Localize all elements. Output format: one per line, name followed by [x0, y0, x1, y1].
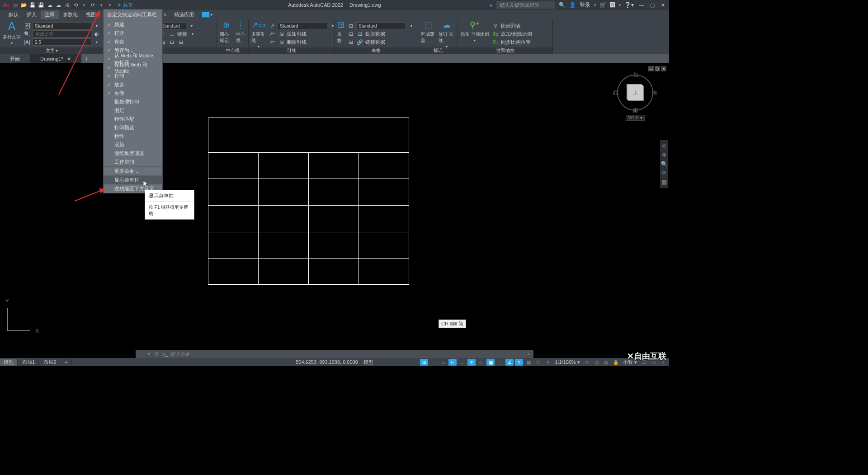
dim-style-combo[interactable]: [159, 22, 186, 29]
scaleadddel-icon[interactable]: ⚲±: [492, 30, 499, 38]
panel-mark-label[interactable]: 标记: [418, 47, 458, 54]
status-osnap-icon[interactable]: ▣: [486, 359, 495, 366]
menu-item-websave[interactable]: 保存到 Web 和 Mobile: [104, 63, 162, 72]
centermark-button[interactable]: ⊕ 圆心 标记: [220, 20, 233, 48]
menu-item-matchprop[interactable]: 特性匹配: [104, 115, 162, 123]
leader-rem-label[interactable]: 删除引线: [287, 39, 307, 46]
table-style-icon[interactable]: ⊞: [347, 22, 354, 29]
textstyle-icon[interactable]: 🄰: [24, 22, 31, 29]
status-lock-icon[interactable]: 🔒: [612, 359, 620, 366]
nav-orbit-icon[interactable]: ⟳: [662, 170, 666, 176]
menu-item-printpreview[interactable]: 打印预览: [104, 123, 162, 132]
viewport-close-icon[interactable]: ✕: [661, 66, 666, 71]
menu-item-print[interactable]: 打印: [104, 72, 162, 80]
mtext-drop-icon[interactable]: ▾: [11, 41, 13, 45]
maximize-icon[interactable]: ▢: [649, 2, 656, 8]
share-button[interactable]: ✈ 共享: [117, 2, 133, 9]
tab-view[interactable]: 视图: [82, 10, 100, 19]
dimstyle-drop-icon[interactable]: ▾: [188, 22, 195, 29]
height-drop-icon[interactable]: ▾: [93, 38, 100, 46]
status-transp-icon[interactable]: ▦: [524, 359, 533, 366]
statustab-layout1[interactable]: 布局1: [19, 359, 39, 366]
leader-style-icon[interactable]: ↗: [269, 22, 276, 29]
panel-table-label[interactable]: 表格: [335, 47, 418, 54]
nav-zoom-icon[interactable]: 🔍: [661, 161, 668, 167]
dim-icon5[interactable]: ⊟: [177, 38, 184, 46]
menu-item-workspace[interactable]: 工作空间: [104, 158, 162, 166]
table-extract-label[interactable]: 提取数据: [365, 31, 385, 38]
new-icon[interactable]: ▭: [12, 1, 19, 9]
leader-rem-pick[interactable]: ⇲: [278, 38, 285, 46]
dim-icon2[interactable]: ⟂: [168, 30, 175, 38]
leader-style-pick[interactable]: ⇲: [278, 30, 285, 38]
open-icon[interactable]: 📂: [20, 1, 28, 9]
wipeout-button[interactable]: ⬚ 区域覆盖: [421, 20, 436, 48]
table-ext2-icon[interactable]: ⊡: [356, 30, 363, 38]
viewport-min-icon[interactable]: —: [648, 66, 654, 71]
table-ext1-icon[interactable]: ⊟: [347, 30, 354, 38]
panel-scale-label[interactable]: 注释缩放: [458, 47, 552, 54]
revcloud-button[interactable]: ☁ 修订 云线 ▾: [439, 20, 455, 48]
table-link2-icon[interactable]: 🔗: [356, 38, 363, 46]
cmd-customize-icon[interactable]: ⚙: [154, 351, 160, 357]
status-qp-icon[interactable]: ▤: [602, 359, 610, 366]
saveas-icon[interactable]: 💾: [38, 1, 45, 9]
undo-drop-icon[interactable]: ▾: [80, 1, 88, 9]
status-dynamic-icon[interactable]: ⊢: [448, 359, 457, 366]
doctab-start[interactable]: 开始: [0, 54, 30, 63]
menu-item-render[interactable]: 渲染: [104, 141, 162, 149]
find-icon[interactable]: 🔍: [24, 30, 31, 38]
viewcube-compass[interactable]: 北 南 东 西 上: [615, 72, 656, 113]
menu-item-more[interactable]: 更多命令...: [104, 167, 162, 175]
cmd-handle-icon[interactable]: ⋮⋮: [137, 351, 144, 357]
scalesync-icon[interactable]: ⚲↕: [492, 38, 499, 46]
doctab-drawing[interactable]: Drawing1* ✕: [30, 54, 81, 63]
status-iso-icon[interactable]: ◇: [477, 359, 485, 366]
mleader-button[interactable]: ↗▭ 多重引线 ▾: [251, 20, 266, 48]
table-link1-icon[interactable]: ⊞: [347, 38, 354, 46]
minimize-icon[interactable]: —: [637, 2, 645, 8]
status-otrack-icon[interactable]: ∠: [505, 359, 514, 366]
status-scale[interactable]: 1:1/100% ▾: [553, 359, 582, 365]
doctab-new-icon[interactable]: +: [81, 55, 92, 62]
login-label[interactable]: 登录: [580, 1, 590, 9]
app-logo[interactable]: A▾: [3, 1, 9, 9]
status-infer-icon[interactable]: ⊥: [439, 359, 447, 366]
panel-leader-label[interactable]: 引线: [249, 47, 334, 54]
infocenter-icon[interactable]: ▸: [490, 2, 493, 8]
viewport-max-icon[interactable]: ▢: [655, 66, 660, 71]
status-mode[interactable]: 模型: [363, 359, 373, 366]
menu-item-save[interactable]: 保存: [104, 38, 162, 46]
tab-featured[interactable]: 精选应用: [170, 10, 198, 19]
undo-icon[interactable]: ⟲: [72, 1, 79, 9]
viewcube-face-top[interactable]: 上: [627, 85, 643, 100]
status-cycle-icon[interactable]: ↻: [534, 359, 542, 366]
text-style-combo[interactable]: [33, 22, 91, 29]
panel-center-label[interactable]: 中心线: [217, 47, 248, 54]
nav-showmotion-icon[interactable]: ▦: [662, 179, 667, 185]
addscale-button[interactable]: ⚲⁺ 添加 当前比例 ▾: [461, 20, 489, 48]
scalesync-label[interactable]: 同步比例位置: [501, 39, 531, 46]
leader-add-icon[interactable]: ↗⁺: [269, 30, 276, 38]
statustab-model[interactable]: 模型: [0, 359, 18, 366]
dim-link-drop-icon[interactable]: ▾: [189, 30, 196, 38]
status-isolate-icon[interactable]: ◫: [593, 359, 601, 366]
menu-item-showmenubar[interactable]: 显示菜单栏: [104, 176, 162, 184]
redo-drop-icon[interactable]: ▾: [98, 1, 105, 9]
status-polar-icon[interactable]: ✳: [467, 359, 476, 366]
addscale-drop-icon[interactable]: ▾: [474, 38, 476, 42]
scaleadddel-label[interactable]: 添加/删除比例: [501, 31, 532, 38]
table-button[interactable]: ⊞ 表格: [337, 20, 344, 48]
websave-icon[interactable]: ☁: [55, 1, 62, 9]
search-box[interactable]: 键入关键字或短语: [496, 1, 555, 9]
find-go-icon[interactable]: ◐: [93, 30, 100, 38]
nav-pan-icon[interactable]: ✥: [662, 152, 666, 158]
status-lwt-icon[interactable]: ≡: [515, 359, 523, 366]
apps-icon[interactable]: 🅰: [610, 2, 615, 8]
leader-rem-icon[interactable]: ↗⁻: [269, 38, 276, 46]
print-icon[interactable]: 🖨: [63, 1, 71, 9]
status-anno-icon[interactable]: ⚲: [543, 359, 552, 366]
status-ortho-icon[interactable]: ∟: [458, 359, 466, 366]
menu-item-batchprint[interactable]: 批处理打印: [104, 98, 162, 106]
dim-icon4[interactable]: ⊡: [168, 38, 175, 46]
